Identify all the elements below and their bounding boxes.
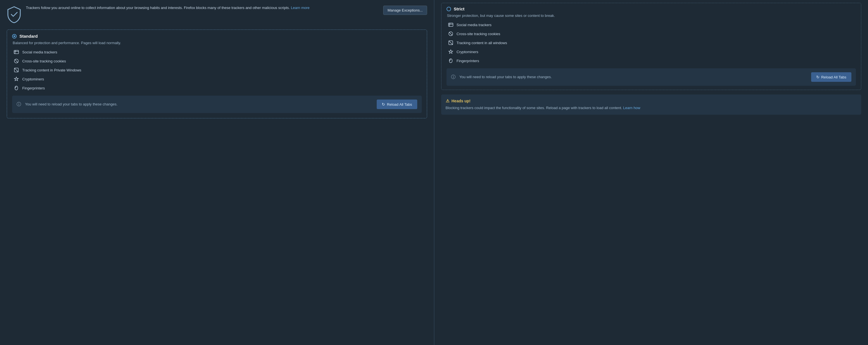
tracking-content-icon — [13, 67, 20, 73]
heads-up-text: Blocking trackers could impact the funct… — [446, 105, 857, 111]
strict-radio[interactable] — [446, 7, 451, 11]
svg-line-13 — [449, 41, 453, 45]
strict-feature-label-5: Fingerprinters — [457, 59, 479, 63]
strict-reload-notice: ⓘ You will need to reload your tabs to a… — [446, 68, 856, 86]
strict-feature-label-4: Cryptominers — [457, 50, 478, 54]
list-item: Social media trackers — [448, 22, 856, 28]
strict-feature-label-3: Tracking content in all windows — [457, 41, 507, 45]
header-description-text: Trackers follow you around online to col… — [26, 6, 290, 10]
svg-line-11 — [449, 32, 453, 35]
list-item: Cross-site tracking cookies — [13, 58, 422, 64]
header-description: Trackers follow you around online to col… — [26, 5, 379, 11]
heads-up-title-text: Heads up! — [452, 99, 471, 103]
main-container: Trackers follow you around online to col… — [0, 0, 868, 345]
standard-feature-label-5: Fingerprinters — [22, 86, 45, 90]
standard-description: Balanced for protection and performance.… — [13, 41, 422, 45]
standard-feature-label-2: Cross-site tracking cookies — [22, 59, 66, 63]
standard-feature-label: Social media trackers — [22, 50, 57, 54]
strict-cryptominers-icon — [448, 49, 454, 55]
manage-exceptions-button[interactable]: Manage Exceptions... — [383, 6, 427, 15]
learn-how-link[interactable]: Learn how — [623, 106, 640, 110]
svg-rect-0 — [14, 50, 19, 54]
heads-up-box: ⚠ Heads up! Blocking trackers could impa… — [441, 95, 862, 115]
standard-reload-button[interactable]: ↻ Reload All Tabs — [377, 100, 417, 109]
social-media-icon — [13, 49, 20, 55]
shield-icon — [7, 6, 22, 23]
strict-notice-text: You will need to reload your tabs to app… — [460, 74, 807, 80]
strict-description: Stronger protection, but may cause some … — [447, 13, 856, 18]
list-item: Tracking content in all windows — [448, 40, 856, 46]
list-item: Cryptominers — [448, 49, 856, 55]
list-item: Fingerprinters — [13, 85, 422, 91]
standard-title: Standard — [20, 34, 38, 38]
cookies-icon — [13, 58, 20, 64]
strict-info-icon: ⓘ — [451, 74, 456, 80]
strict-title: Strict — [454, 6, 465, 11]
svg-line-4 — [14, 59, 18, 63]
heads-up-description: Blocking trackers could impact the funct… — [446, 106, 622, 110]
list-item: Tracking content in Private Windows — [13, 67, 422, 73]
list-item: Cross-site tracking cookies — [448, 31, 856, 37]
standard-feature-list: Social media trackers Cross-site trackin… — [13, 49, 422, 91]
strict-cookies-icon — [448, 31, 454, 37]
strict-feature-label: Social media trackers — [457, 23, 492, 27]
strict-tracking-icon — [448, 40, 454, 46]
list-item: Fingerprinters — [448, 58, 856, 64]
strict-feature-list: Social media trackers Cross-site trackin… — [448, 22, 856, 64]
strict-reload-icon: ↻ — [816, 75, 819, 79]
shield-icon-wrapper — [7, 6, 22, 24]
warning-icon: ⚠ — [446, 98, 450, 103]
header-row: Trackers follow you around online to col… — [7, 5, 427, 24]
svg-line-6 — [14, 68, 18, 72]
svg-rect-7 — [448, 23, 453, 27]
cryptominers-icon — [13, 76, 20, 82]
svg-line-9 — [450, 23, 450, 27]
standard-feature-label-4: Cryptominers — [22, 77, 44, 81]
fingerprinters-icon — [13, 85, 20, 91]
standard-reload-notice: ⓘ You will need to reload your tabs to a… — [12, 96, 422, 113]
standard-option-header: Standard — [12, 34, 422, 38]
list-item: Social media trackers — [13, 49, 422, 55]
strict-reload-label: Reload All Tabs — [821, 75, 846, 79]
svg-line-2 — [15, 50, 16, 54]
strict-option-header: Strict — [446, 6, 856, 11]
info-icon: ⓘ — [17, 102, 21, 107]
standard-notice-text: You will need to reload your tabs to app… — [25, 102, 373, 107]
standard-option-card[interactable]: Standard Balanced for protection and per… — [7, 30, 427, 118]
standard-feature-label-3: Tracking content in Private Windows — [22, 68, 81, 72]
strict-option-card[interactable]: Strict Stronger protection, but may caus… — [441, 3, 862, 90]
strict-fingerprinters-icon — [448, 58, 454, 64]
right-panel: Strict Stronger protection, but may caus… — [434, 0, 868, 345]
strict-social-icon — [448, 22, 454, 28]
standard-radio[interactable] — [12, 34, 17, 38]
list-item: Cryptominers — [13, 76, 422, 82]
standard-reload-label: Reload All Tabs — [387, 102, 412, 107]
learn-more-link[interactable]: Learn more — [291, 6, 309, 10]
strict-feature-label-2: Cross-site tracking cookies — [457, 32, 500, 36]
reload-icon: ↻ — [382, 102, 385, 107]
heads-up-title: ⚠ Heads up! — [446, 98, 857, 103]
left-panel: Trackers follow you around online to col… — [0, 0, 434, 345]
strict-reload-button[interactable]: ↻ Reload All Tabs — [811, 72, 851, 82]
